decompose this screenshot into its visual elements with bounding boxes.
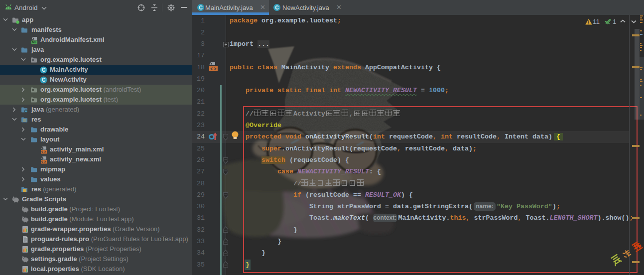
svg-text:C: C xyxy=(42,77,45,83)
svg-text:MF: MF xyxy=(32,40,36,44)
svg-text:C: C xyxy=(42,67,45,73)
